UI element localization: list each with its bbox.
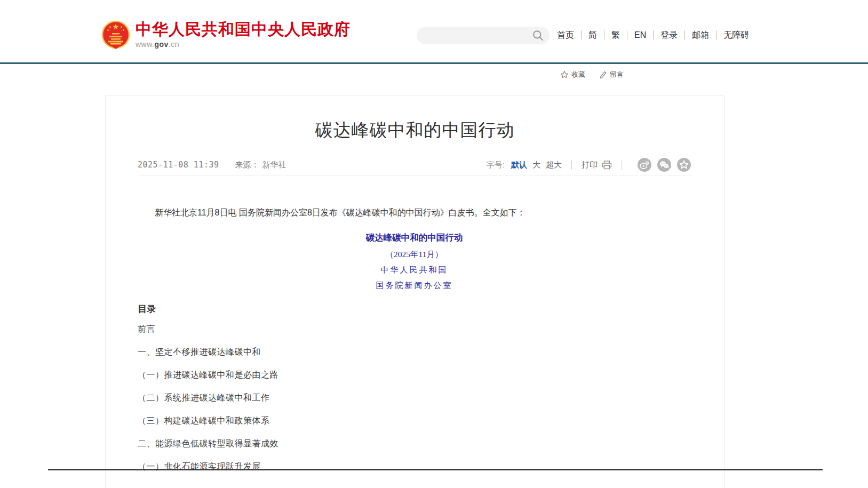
lead-paragraph: 新华社北京11月8日电 国务院新闻办公室8日发布《碳达峰碳中和的中国行动》白皮书… — [138, 206, 691, 220]
toc-item: 前言 — [138, 323, 691, 335]
nav-mail[interactable]: 邮箱 — [684, 30, 716, 39]
article-body: 新华社北京11月8日电 国务院新闻办公室8日发布《碳达峰碳中和的中国行动》白皮书… — [138, 203, 691, 483]
article-date: 2025-11-08 11:39 — [138, 160, 219, 170]
nav-login[interactable]: 登录 — [653, 30, 684, 39]
site-url-gov: gov — [154, 40, 168, 49]
search-input[interactable] — [417, 27, 532, 44]
doc-date: （2025年11月） — [138, 249, 691, 260]
toc-item: 二、能源绿色低碳转型取得显著成效 — [138, 437, 691, 450]
source-value[interactable]: 新华社 — [262, 160, 286, 170]
divider-bar — [622, 161, 622, 170]
print-label: 打印 — [582, 160, 598, 170]
toc-item: 一、坚定不移推进碳达峰碳中和 — [138, 346, 691, 358]
search-box — [417, 27, 550, 44]
site-title: 中华人民共和国中央人民政府 — [136, 20, 351, 38]
header-divider — [0, 62, 868, 64]
toc-item: （二）系统推进碳达峰碳中和工作 — [138, 391, 691, 404]
doc-org-line1: 中华人民共和国 — [138, 265, 691, 275]
favorite-label: 收藏 — [571, 70, 585, 79]
header-nav: 首页 简 繁 EN 登录 邮箱 无障碍 — [557, 30, 756, 39]
wechat-icon[interactable] — [657, 158, 671, 172]
toc-item: （一）推进碳达峰碳中和是必由之路 — [138, 369, 691, 381]
national-emblem-logo — [101, 20, 130, 51]
share-group — [632, 158, 691, 172]
site-url-cn: .cn — [169, 40, 179, 49]
doc-title: 碳达峰碳中和的中国行动 — [138, 231, 691, 244]
site-url-www: www. — [136, 40, 154, 49]
site-header: 中华人民共和国中央人民政府 www.gov.cn 首页 简 繁 EN 登录 邮箱… — [0, 0, 868, 62]
article-meta-left: 2025-11-08 11:39 来源： 新华社 — [138, 160, 286, 170]
print-button[interactable]: 打印 — [582, 160, 612, 170]
doc-org-line2: 国务院新闻办公室 — [138, 280, 691, 291]
nav-english[interactable]: EN — [627, 30, 653, 39]
star-outline-icon — [560, 70, 569, 79]
site-brand[interactable]: 中华人民共和国中央人民政府 www.gov.cn — [101, 20, 351, 51]
article-card: 碳达峰碳中和的中国行动 2025-11-08 11:39 来源： 新华社 字号:… — [105, 95, 724, 488]
toc-heading: 目录 — [138, 303, 691, 315]
article-meta-right: 字号: 默认 大 超大 打印 — [487, 158, 691, 172]
meta-divider — [138, 175, 691, 175]
font-size-label: 字号: — [487, 160, 505, 170]
weibo-icon[interactable] — [638, 158, 651, 172]
favorite-button[interactable]: 收藏 — [560, 70, 585, 79]
nav-traditional[interactable]: 繁 — [604, 30, 627, 39]
nav-home[interactable]: 首页 — [557, 30, 581, 39]
font-size-default[interactable]: 默认 — [511, 160, 527, 170]
source-label: 来源： — [235, 160, 259, 170]
font-size-xlarge[interactable]: 超大 — [546, 160, 562, 170]
toc-item: （一）非化石能源实现跃升发展 — [138, 460, 691, 473]
toc-list: 前言 一、坚定不移推进碳达峰碳中和 （一）推进碳达峰碳中和是必由之路 （二）系统… — [138, 323, 691, 473]
article-title: 碳达峰碳中和的中国行动 — [106, 118, 724, 142]
font-size-large[interactable]: 大 — [532, 160, 540, 170]
search-icon[interactable] — [532, 30, 544, 42]
divider-bar — [571, 161, 572, 170]
comment-label: 留言 — [610, 70, 624, 79]
site-url: www.gov.cn — [136, 40, 351, 49]
nav-simplified[interactable]: 简 — [581, 30, 604, 39]
comment-button[interactable]: 留言 — [599, 70, 624, 79]
printer-icon — [602, 161, 612, 170]
article-meta: 2025-11-08 11:39 来源： 新华社 字号: 默认 大 超大 打印 — [138, 156, 691, 173]
star-icon[interactable] — [677, 158, 691, 172]
brand-text: 中华人民共和国中央人民政府 www.gov.cn — [136, 20, 351, 49]
page-tools: 收藏 留言 — [560, 70, 638, 79]
nav-accessibility[interactable]: 无障碍 — [716, 30, 756, 39]
page-bottom-divider — [48, 469, 823, 470]
toc-item: （三）构建碳达峰碳中和政策体系 — [138, 414, 691, 427]
pen-icon — [599, 70, 607, 79]
